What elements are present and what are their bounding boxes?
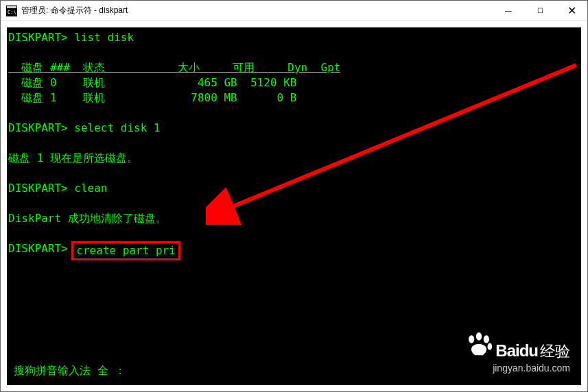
message-cleaned: DiskPart 成功地清除了磁盘。 <box>8 212 167 225</box>
window-controls: — ☐ ✕ <box>493 1 587 21</box>
svg-text:C:\: C:\ <box>8 10 16 15</box>
prompt: DISKPART> <box>8 121 68 134</box>
svg-point-8 <box>488 343 493 350</box>
window-title: 管理员: 命令提示符 - diskpart <box>21 5 493 16</box>
close-button[interactable]: ✕ <box>556 1 587 21</box>
ime-status: 搜狗拼音输入法 全 ： <box>14 363 126 378</box>
maximize-button[interactable]: ☐ <box>524 1 556 21</box>
message-selected: 磁盘 1 现在是所选磁盘。 <box>8 151 138 164</box>
minimize-button[interactable]: — <box>493 1 524 21</box>
svg-point-7 <box>484 335 489 343</box>
prompt: DISKPART> <box>8 241 68 260</box>
disk-row-0: 磁盘 0 联机 465 GB 5120 KB <box>8 76 349 89</box>
prompt: DISKPART> <box>8 31 68 44</box>
terminal-area[interactable]: DISKPART> list disk 磁盘 ### 状态 大小 可用 Dyn … <box>1 21 587 391</box>
watermark: Baidu 经验 jingyan.baidu.com <box>464 332 570 376</box>
cmd-icon: C:\ <box>6 5 17 16</box>
watermark-text: 经验 <box>540 344 570 359</box>
watermark-url: jingyan.baidu.com <box>493 360 570 376</box>
prompt: DISKPART> <box>8 182 68 195</box>
command-prompt-window: C:\ 管理员: 命令提示符 - diskpart — ☐ ✕ DISKPART… <box>0 0 588 392</box>
command-list-disk: list disk <box>68 31 134 44</box>
table-header: 磁盘 ### 状态 大小 可用 Dyn Gpt <box>8 61 340 74</box>
highlighted-command: create part pri <box>71 241 180 260</box>
svg-point-5 <box>469 335 474 343</box>
svg-rect-1 <box>7 6 16 8</box>
command-select-disk: select disk 1 <box>68 121 161 134</box>
command-clean: clean <box>68 182 108 195</box>
terminal-output: DISKPART> list disk 磁盘 ### 状态 大小 可用 Dyn … <box>8 30 580 260</box>
disk-row-1: 磁盘 1 联机 7800 MB 0 B <box>8 91 349 104</box>
titlebar[interactable]: C:\ 管理员: 命令提示符 - diskpart — ☐ ✕ <box>1 1 587 21</box>
paw-icon <box>464 332 493 356</box>
svg-point-6 <box>476 332 482 341</box>
watermark-brand: Baidu <box>495 343 538 358</box>
